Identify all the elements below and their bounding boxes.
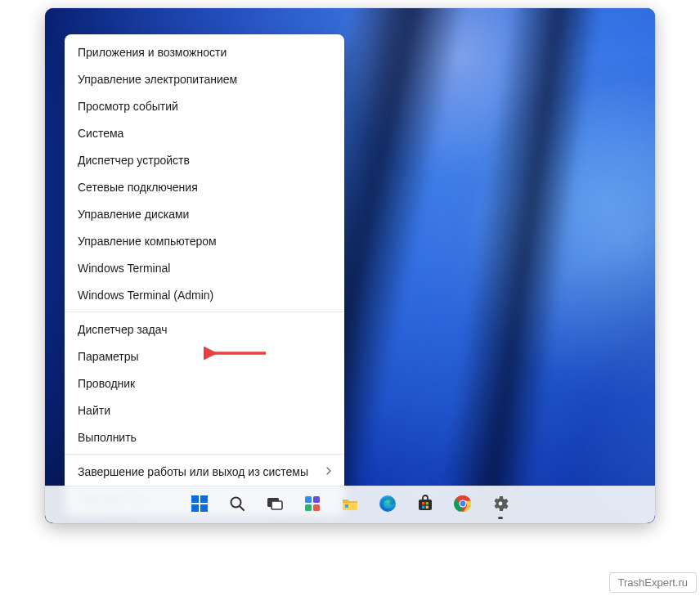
edge-icon xyxy=(378,494,397,517)
menu-item-power-management[interactable]: Управление электропитанием xyxy=(65,65,344,92)
menu-item-label: Система xyxy=(78,127,123,140)
menu-item-device-manager[interactable]: Диспетчер устройств xyxy=(65,146,344,173)
menu-item-settings[interactable]: Параметры xyxy=(65,343,344,370)
svg-rect-3 xyxy=(191,504,199,512)
svg-point-22 xyxy=(460,500,466,506)
menu-item-shutdown-signout[interactable]: Завершение работы или выход из системы xyxy=(65,458,344,485)
chevron-right-icon xyxy=(325,466,333,477)
screenshot-canvas: Приложения и возможности Управление элек… xyxy=(0,0,700,596)
svg-rect-17 xyxy=(426,502,429,504)
search-icon xyxy=(227,494,247,517)
menu-item-apps-features[interactable]: Приложения и возможности xyxy=(65,38,344,65)
svg-rect-2 xyxy=(200,495,208,503)
menu-item-search[interactable]: Найти xyxy=(65,397,344,423)
svg-rect-18 xyxy=(422,505,424,508)
menu-item-label: Найти xyxy=(78,404,110,417)
widgets-icon xyxy=(303,494,322,517)
menu-item-network-connections[interactable]: Сетевые подключения xyxy=(65,173,344,200)
menu-item-label: Управление дисками xyxy=(78,208,189,221)
taskbar-search-button[interactable] xyxy=(221,490,254,521)
svg-rect-13 xyxy=(345,504,348,508)
menu-item-file-explorer[interactable]: Проводник xyxy=(65,370,344,397)
svg-rect-19 xyxy=(426,505,429,508)
menu-item-label: Управление компьютером xyxy=(78,235,217,248)
svg-point-23 xyxy=(499,501,503,505)
taskbar-start-button[interactable] xyxy=(183,490,216,521)
taskbar-settings-button[interactable] xyxy=(484,490,517,521)
svg-rect-12 xyxy=(313,504,320,511)
watermark-badge: TrashExpert.ru xyxy=(609,572,698,593)
menu-item-task-manager[interactable]: Диспетчер задач xyxy=(65,316,344,343)
menu-item-label: Параметры xyxy=(78,350,139,363)
store-icon xyxy=(415,494,435,517)
menu-item-label: Завершение работы или выход из системы xyxy=(78,465,308,478)
menu-item-label: Диспетчер задач xyxy=(78,323,168,336)
running-indicator xyxy=(498,517,503,519)
taskbar-task-view-button[interactable] xyxy=(258,490,291,521)
taskbar-chrome-button[interactable] xyxy=(446,490,479,521)
menu-item-event-viewer[interactable]: Просмотр событий xyxy=(65,92,344,119)
windows-logo-icon xyxy=(190,494,209,517)
menu-item-label: Просмотр событий xyxy=(78,100,178,113)
taskbar-store-button[interactable] xyxy=(409,490,442,521)
svg-rect-11 xyxy=(305,504,312,511)
taskbar-widgets-button[interactable] xyxy=(296,490,329,521)
menu-item-windows-terminal-admin[interactable]: Windows Terminal (Admin) xyxy=(65,281,344,308)
svg-rect-10 xyxy=(313,496,320,503)
svg-rect-16 xyxy=(422,502,424,504)
svg-rect-4 xyxy=(200,504,208,512)
svg-rect-9 xyxy=(305,496,312,503)
winx-context-menu: Приложения и возможности Управление элек… xyxy=(65,34,344,516)
svg-rect-8 xyxy=(271,501,282,509)
menu-item-computer-management[interactable]: Управление компьютером xyxy=(65,227,344,254)
menu-item-windows-terminal[interactable]: Windows Terminal xyxy=(65,254,344,281)
task-view-icon xyxy=(265,494,285,517)
gear-icon xyxy=(491,494,510,517)
menu-separator xyxy=(65,311,344,312)
menu-item-label: Управление электропитанием xyxy=(78,73,237,86)
desktop[interactable]: Приложения и возможности Управление элек… xyxy=(45,8,655,523)
menu-item-label: Диспетчер устройств xyxy=(78,154,190,167)
taskbar-edge-button[interactable] xyxy=(371,490,404,521)
menu-item-system[interactable]: Система xyxy=(65,119,344,146)
menu-item-run[interactable]: Выполнить xyxy=(65,423,344,450)
taskbar xyxy=(45,486,655,523)
menu-item-label: Windows Terminal (Admin) xyxy=(78,289,213,302)
menu-item-label: Выполнить xyxy=(78,431,137,444)
taskbar-file-explorer-button[interactable] xyxy=(334,490,366,521)
svg-line-6 xyxy=(240,506,244,510)
watermark-text: TrashExpert.ru xyxy=(618,576,689,589)
svg-rect-1 xyxy=(191,495,199,503)
chrome-icon xyxy=(453,494,473,517)
menu-item-label: Windows Terminal xyxy=(78,262,170,275)
svg-rect-15 xyxy=(419,500,432,510)
menu-item-disk-management[interactable]: Управление дисками xyxy=(65,200,344,227)
folder-icon xyxy=(340,494,360,517)
menu-item-label: Приложения и возможности xyxy=(78,46,227,59)
menu-separator xyxy=(65,454,344,455)
menu-item-label: Проводник xyxy=(78,377,135,390)
menu-item-label: Сетевые подключения xyxy=(78,181,198,194)
